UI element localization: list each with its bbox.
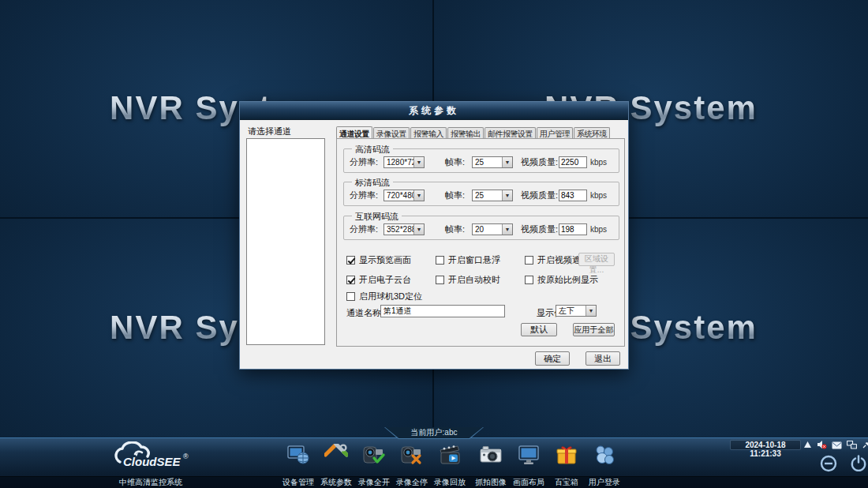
net-quality-unit: kbps — [590, 225, 607, 234]
sd-resolution-select[interactable]: 720*480 ▼ — [383, 190, 425, 201]
user-login-icon — [593, 444, 616, 469]
sd-quality-input[interactable] — [559, 190, 587, 201]
hd-resolution-select[interactable]: 1280*720 ▼ — [383, 156, 425, 168]
ok-button[interactable]: 确定 — [535, 351, 570, 366]
net-resolution-value: 352*288 — [384, 225, 413, 234]
tab-alarm-input[interactable]: 报警输入 — [410, 127, 447, 139]
net-quality-input[interactable] — [559, 223, 587, 235]
hd-quality-unit: kbps — [590, 158, 607, 167]
checkbox-window-float[interactable]: 开启窗口悬浮 — [436, 254, 500, 266]
taskbar-item-record-all-stop[interactable]: 录像全停 — [391, 442, 432, 488]
checkbox-box[interactable] — [346, 276, 355, 284]
system-parameters-dialog: 系统参数 请选择通道 通道设置 录像设置 报警输入 报警输出 邮件报警设置 用户… — [239, 101, 629, 370]
display-position-value: 左下 — [556, 306, 586, 317]
tab-channel-settings[interactable]: 通道设置 — [336, 126, 372, 138]
sd-framerate-select[interactable]: 25 ▼ — [472, 190, 513, 201]
nvr-main-screen: NVR System NVR System NVR System NVR Sys… — [0, 0, 868, 488]
channel-name-label: 通道名称 — [346, 307, 381, 319]
tab-record-settings[interactable]: 录像设置 — [373, 127, 410, 139]
speaker-muted-icon[interactable] — [817, 438, 827, 452]
mail-icon[interactable] — [832, 438, 842, 452]
taskbar-item-user-login[interactable]: 用户登录 — [584, 442, 625, 488]
channel-name-input[interactable] — [380, 305, 505, 317]
net-resolution-select[interactable]: 352*288 ▼ — [383, 223, 425, 235]
record-playback-icon — [438, 444, 462, 469]
exit-button[interactable]: 退出 — [586, 351, 620, 366]
checkbox-box[interactable] — [436, 276, 444, 284]
taskbar-item-label: 抓拍图像 — [470, 477, 511, 487]
hd-resolution-value: 1280*720 — [384, 158, 413, 167]
taskbar-item-label: 百宝箱 — [546, 477, 587, 487]
taskbar-item-record-all-on[interactable]: 录像全开 — [354, 442, 395, 488]
default-button[interactable]: 默认 — [521, 323, 557, 336]
hd-quality-input[interactable] — [559, 156, 587, 168]
tab-alarm-output[interactable]: 报警输出 — [447, 127, 484, 139]
svg-text:CloudSEE: CloudSEE — [123, 455, 181, 468]
taskbar-item-label: 录像全开 — [354, 477, 395, 487]
current-user-tab: 当前用户:abc — [384, 427, 484, 439]
taskbar-item-label: 录像全停 — [391, 477, 432, 487]
chevron-down-icon: ▼ — [502, 157, 512, 167]
cloudsee-logo: CloudSEE ® — [104, 441, 196, 475]
taskbar-item-label: 画面布局 — [508, 477, 549, 487]
hd-stream-group: 高清码流 分辨率: 1280*720 ▼ 帧率: 25 ▼ 视频质量: kbps — [343, 148, 619, 173]
checkbox-box[interactable] — [525, 256, 533, 265]
tab-system-environment[interactable]: 系统环境 — [574, 127, 610, 139]
checkbox-box[interactable] — [346, 256, 355, 265]
pin-icon[interactable] — [862, 438, 868, 452]
checkbox-box[interactable] — [436, 256, 444, 265]
taskbar-item-device-management[interactable]: 设备管理 — [278, 442, 319, 488]
taskbar-item-screen-layout[interactable]: 画面布局 — [508, 442, 549, 488]
channel-listbox[interactable] — [246, 138, 325, 345]
display-position-select[interactable]: 左下 ▼ — [556, 305, 597, 317]
taskbar-item-label: 设备管理 — [278, 477, 319, 487]
taskbar-item-label: 录像回放 — [429, 477, 470, 487]
sd-stream-title: 标清码流 — [352, 177, 393, 189]
system-buttons — [819, 454, 868, 476]
tab-email-alarm[interactable]: 邮件报警设置 — [485, 127, 536, 139]
chevron-down-icon: ▼ — [502, 224, 512, 235]
network-icon[interactable] — [847, 438, 857, 452]
chevron-down-icon: ▼ — [586, 306, 596, 316]
taskbar-item-record-playback[interactable]: 录像回放 — [429, 442, 470, 488]
taskbar-item-snapshot[interactable]: 抓拍图像 — [470, 442, 511, 488]
checkbox-label: 显示预览画面 — [359, 254, 411, 266]
hd-stream-title: 高清码流 — [352, 144, 393, 156]
checkbox-auto-time-sync[interactable]: 开启自动校时 — [436, 274, 500, 286]
power-button[interactable] — [849, 454, 868, 476]
net-framerate-select[interactable]: 20 ▼ — [472, 223, 513, 235]
checkbox-box[interactable] — [525, 276, 533, 284]
area-settings-button[interactable]: 区域设置... — [578, 253, 615, 266]
apply-all-button[interactable]: 应用于全部 — [573, 323, 615, 336]
chevron-down-icon: ▼ — [413, 157, 424, 167]
taskbar-item-label: 系统参数 — [316, 477, 357, 487]
tray-icons — [803, 440, 868, 450]
checkbox-electronic-ptz[interactable]: 开启电子云台 — [346, 274, 411, 286]
checkbox-show-preview[interactable]: 显示预览画面 — [346, 254, 411, 266]
alarm-icon[interactable] — [803, 438, 812, 452]
minimize-button[interactable] — [819, 454, 838, 476]
net-resolution-label: 分辨率: — [350, 223, 378, 235]
hd-framerate-select[interactable]: 25 ▼ — [472, 156, 513, 168]
taskbar-item-toolbox[interactable]: 百宝箱 — [546, 442, 587, 488]
checkbox-box[interactable] — [346, 292, 355, 301]
checkbox-dome-3d-position[interactable]: 启用球机3D定位 — [346, 291, 422, 302]
taskbar-item-label: 用户登录 — [584, 477, 625, 487]
checkbox-label: 开启电子云台 — [359, 274, 411, 286]
channel-settings-page: 高清码流 分辨率: 1280*720 ▼ 帧率: 25 ▼ 视频质量: kbps — [336, 138, 625, 347]
channel-select-label: 请选择通道 — [248, 126, 291, 137]
taskbar-item-system-parameters[interactable]: 系统参数 — [316, 442, 357, 488]
settings-tabs: 通道设置 录像设置 报警输入 报警输出 邮件报警设置 用户管理 系统环境 — [336, 127, 611, 139]
chevron-down-icon: ▼ — [502, 190, 512, 201]
sd-quality-unit: kbps — [590, 191, 607, 200]
checkbox-original-ratio[interactable]: 按原始比例显示 — [525, 274, 598, 286]
system-name-label: 中维高清监控系统 — [92, 477, 210, 487]
internet-stream-title: 互联网码流 — [352, 211, 402, 223]
chevron-down-icon: ▼ — [413, 224, 424, 235]
system-parameters-icon — [324, 444, 348, 469]
sd-resolution-label: 分辨率: — [350, 190, 378, 201]
record-all-on-icon — [362, 444, 386, 469]
tab-user-management[interactable]: 用户管理 — [537, 127, 573, 139]
internet-stream-group: 互联网码流 分辨率: 352*288 ▼ 帧率: 20 ▼ 视频质量: kbps — [343, 216, 619, 240]
hd-resolution-label: 分辨率: — [350, 156, 378, 168]
